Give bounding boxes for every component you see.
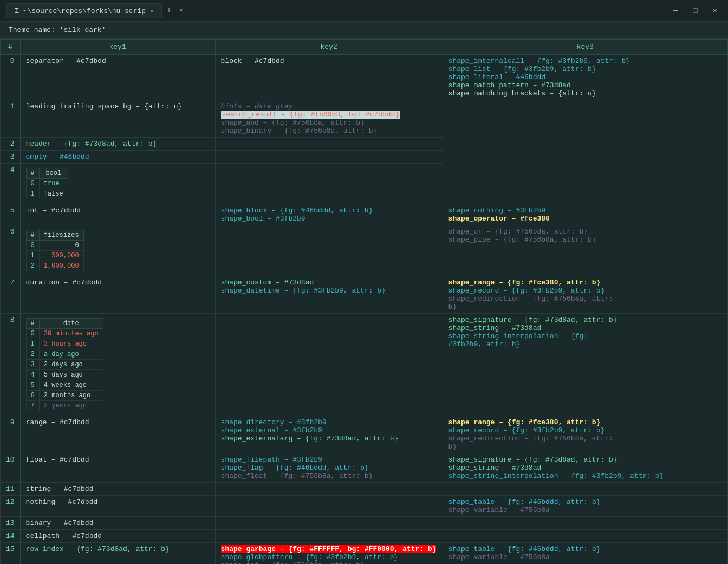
inner-row: 2 a day ago [26,349,103,360]
inner-row: 3 2 days ago [26,360,103,370]
row11-col2 [215,483,443,496]
inner-hash: # [26,168,39,179]
row2-col1: header – {fg: #73d8ad, attr: b} [20,138,215,151]
row1-col1: leading_trailing_space_bg – {attr: n} [20,100,215,138]
row14-col1: cellpath – #c7dbdd [20,530,215,543]
row14-col2 [215,530,443,543]
row5-col1: int – #c7dbdd [20,204,215,225]
close-button[interactable]: ✕ [708,4,722,17]
filesizes-inner-table: # filesizes 0 0 1 500,000 2 [26,230,84,271]
row6-col2 [215,225,443,276]
inner-row: 1 3 hours ago [26,339,103,349]
row3-col1: empty – #46bddd [20,151,215,164]
table-row: 0 separator – #c7dbdd block – #c7dbdd sh… [1,55,728,100]
table-row: 10 float – #c7dbdd shape_filepath – #3fb… [1,453,728,483]
row12-col2 [215,496,443,517]
table-row: 12 nothing – #c7dbdd shape_table – {fg: … [1,496,728,517]
row12-col3: shape_table – {fg: #46bddd, attr: b} sha… [443,496,727,517]
inner-hash: # [26,230,39,241]
row7-col2: shape_custom – #73d8ad shape_datetime – … [215,276,443,314]
row-num-0: 0 [1,55,21,100]
row9-col3: shape_range – {fg: #fce380, attr: b} sha… [443,416,727,453]
row13-col3 [443,517,727,530]
tab-close-button[interactable]: ✕ [150,7,154,15]
row6-col3: shape_or – {fg: #756b8a, attr: b} shape_… [443,225,727,276]
row9-col1: range – #c7dbdd [20,416,215,453]
inner-row: 5 4 weeks ago [26,380,103,391]
row4-col1: # bool 0 true 1 false [20,164,215,204]
row10-col1: float – #c7dbdd [20,453,215,483]
col-hash: # [1,40,21,55]
inner-date-col: date [39,319,103,329]
inner-filesizes-col: filesizes [39,230,83,241]
table-row: 1 leading_trailing_space_bg – {attr: n} … [1,100,728,138]
table-row: 13 binary – #c7dbdd [1,517,728,530]
window-controls: ─ □ ✕ [669,4,722,17]
col-key1: key1 [20,40,215,55]
inner-row: 0 0 [26,241,83,251]
row10-col2: shape_filepath – #3fb2b9 shape_flag – {f… [215,453,443,483]
table-row: 9 range – #c7dbdd shape_directory – #3fb… [1,416,728,453]
row5-col2: shape_block – {fg: #46bddd, attr: b} sha… [215,204,443,225]
inner-hash: # [26,319,39,329]
row7-col1: duration – #c7dbdd [20,276,215,314]
row9-col2: shape_directory – #3fb2b9 shape_external… [215,416,443,453]
row8-col1: # date 0 30 minutes ago 1 3 hours ago [20,314,215,416]
table-row: 14 cellpath – #c7dbdd [1,530,728,543]
row8-col2 [215,314,443,416]
new-tab-button[interactable]: + [162,4,176,18]
row12-col1: nothing – #c7dbdd [20,496,215,517]
row13-col2 [215,517,443,530]
row15-col1: row_index – {fg: #73d8ad, attr: b} [20,543,215,565]
row15-col2: shape_garbage – {fg: #FFFFFF, bg: #FF000… [215,543,443,565]
row3-col2 [215,151,443,164]
inner-row: 7 2 years ago [26,401,103,411]
duration-inner-table: # date 0 30 minutes ago 1 3 hours ago [26,318,103,411]
row6-col1: # filesizes 0 0 1 500,000 2 [20,225,215,276]
row4-col2 [215,164,443,204]
maximize-button[interactable]: □ [688,4,701,17]
minimize-button[interactable]: ─ [669,4,682,17]
row5-col3: shape_nothing – #3fb2b9 shape_operator –… [443,204,727,225]
terminal-tab[interactable]: Σ ~\source\repos\forks\nu_scrip ✕ [6,3,162,18]
col-key2: key2 [215,40,443,55]
titlebar: Σ ~\source\repos\forks\nu_scrip ✕ + ▾ ─ … [0,0,728,22]
inner-bool-col: bool [39,168,68,179]
row0-col3: shape_internalcall – {fg: #3fb2b9, attr:… [443,55,727,100]
terminal-icon: Σ [15,7,19,15]
row2-col2 [215,138,443,151]
row11-col1: string – #c7dbdd [20,483,215,496]
theme-name-line: Theme name: 'silk-dark' [0,22,728,39]
row0-col1: separator – #c7dbdd [20,55,215,100]
inner-row: 0 30 minutes ago [26,329,103,339]
row15-col3: shape_table – {fg: #46bddd, attr: b} sha… [443,543,727,565]
bool-inner-table: # bool 0 true 1 false [26,168,68,199]
inner-row: 6 2 months ago [26,391,103,401]
row8-col3: shape_signature – {fg: #73d8ad, attr: b}… [443,314,727,416]
table-row: 8 # date 0 30 minutes ago 1 3 ho [1,314,728,416]
row0-col2: block – #c7dbdd [215,55,443,100]
row1-col3 [443,100,727,204]
inner-row: 1 500,000 [26,251,83,261]
row14-col3 [443,530,727,543]
col-key3: key3 [443,40,727,55]
table-row: 5 int – #c7dbdd shape_block – {fg: #46bd… [1,204,728,225]
row10-col3: shape_signature – {fg: #73d8ad, attr: b}… [443,453,727,483]
tab-label: ~\source\repos\forks\nu_scrip [23,7,146,15]
row13-col1: binary – #c7dbdd [20,517,215,530]
table-row: 7 duration – #c7dbdd shape_custom – #73d… [1,276,728,314]
inner-row: 2 1,000,000 [26,261,83,271]
data-table: # key1 key2 key3 0 separator – #c7dbdd b… [0,39,728,564]
inner-row: 1 false [26,189,68,199]
row11-col3 [443,483,727,496]
tab-dropdown-button[interactable]: ▾ [176,4,186,17]
row7-col3: shape_range – {fg: #fce380, attr: b} sha… [443,276,727,314]
table-row: 15 row_index – {fg: #73d8ad, attr: b} sh… [1,543,728,565]
inner-row: 0 true [26,179,68,189]
table-row: 11 string – #c7dbdd [1,483,728,496]
row1-col2: hints – dark_gray search_result – {fg: #… [215,100,443,138]
inner-row: 4 5 days ago [26,370,103,380]
table-row: 6 # filesizes 0 0 1 500,000 [1,225,728,276]
